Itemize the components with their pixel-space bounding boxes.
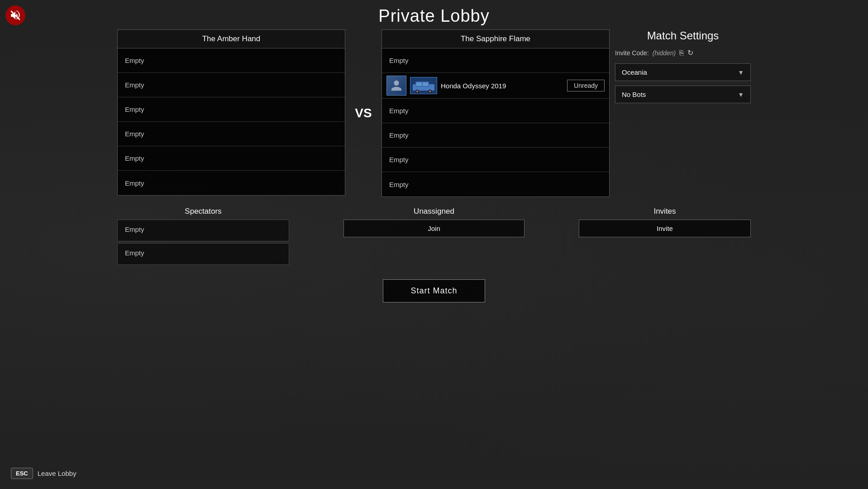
mute-button[interactable] bbox=[5, 5, 25, 25]
page-title: Private Lobby bbox=[378, 6, 489, 26]
sapphire-slot-2[interactable]: Honda Odyssey 2019 Unready bbox=[382, 73, 609, 99]
amber-slot-6[interactable]: Empty bbox=[118, 171, 345, 195]
svg-rect-7 bbox=[416, 82, 422, 86]
settings-title: Match Settings bbox=[615, 29, 751, 42]
region-chevron-icon: ▼ bbox=[738, 69, 744, 76]
amber-slot-1-label: Empty bbox=[118, 50, 152, 71]
team-amber-header: The Amber Hand bbox=[118, 30, 345, 48]
invite-code-label: Invite Code: bbox=[615, 49, 649, 57]
amber-slot-4-label: Empty bbox=[118, 124, 152, 144]
spectator-slot-1[interactable]: Empty bbox=[117, 220, 289, 241]
amber-slot-5[interactable]: Empty bbox=[118, 146, 345, 171]
player-row: Honda Odyssey 2019 Unready bbox=[382, 73, 609, 98]
main-layout: The Amber Hand Empty Empty Empty Empty bbox=[117, 29, 751, 197]
team-sapphire-header: The Sapphire Flame bbox=[382, 30, 609, 48]
invites-panel: Invites Invite bbox=[579, 207, 751, 237]
svg-point-6 bbox=[429, 91, 431, 92]
invite-code-row: Invite Code: (hidden) ⎘ ↻ bbox=[615, 48, 751, 57]
join-button[interactable]: Join bbox=[343, 220, 525, 237]
sapphire-slot-5[interactable]: Empty bbox=[382, 148, 609, 172]
sapphire-slot-1[interactable]: Empty bbox=[382, 48, 609, 73]
svg-point-4 bbox=[416, 91, 418, 92]
spectator-slot-1-label: Empty bbox=[125, 225, 144, 233]
sapphire-slot-4[interactable]: Empty bbox=[382, 123, 609, 148]
bottom-area: Spectators Empty Empty Unassigned Join I… bbox=[117, 207, 751, 267]
main-content: Private Lobby The Amber Hand Empty Empty… bbox=[0, 0, 868, 489]
sapphire-slot-3[interactable]: Empty bbox=[382, 99, 609, 123]
invite-code-value: (hidden) bbox=[653, 49, 676, 57]
bots-chevron-icon: ▼ bbox=[738, 91, 744, 98]
vs-label: VS bbox=[345, 79, 382, 148]
teams-area: The Amber Hand Empty Empty Empty Empty bbox=[117, 29, 610, 197]
sapphire-slot-1-label: Empty bbox=[382, 50, 416, 71]
esc-area: ESC Leave Lobby bbox=[11, 468, 76, 479]
sapphire-slot-3-label: Empty bbox=[382, 101, 416, 121]
invite-button[interactable]: Invite bbox=[579, 220, 751, 237]
car-thumbnail bbox=[410, 77, 437, 94]
sapphire-slot-6-label: Empty bbox=[382, 174, 416, 195]
invites-title: Invites bbox=[579, 207, 751, 216]
amber-slot-3[interactable]: Empty bbox=[118, 97, 345, 122]
unassigned-title: Unassigned bbox=[298, 207, 570, 216]
spectators-title: Spectators bbox=[117, 207, 289, 216]
svg-rect-8 bbox=[423, 82, 428, 86]
unready-button[interactable]: Unready bbox=[567, 80, 605, 91]
region-value: Oceania bbox=[622, 68, 647, 76]
amber-slot-5-label: Empty bbox=[118, 148, 152, 168]
spectator-slot-2-label: Empty bbox=[125, 249, 144, 257]
amber-slot-4[interactable]: Empty bbox=[118, 122, 345, 146]
unassigned-panel: Unassigned Join bbox=[298, 207, 570, 237]
team-sapphire-panel: The Sapphire Flame Empty bbox=[382, 29, 610, 197]
leave-lobby-label: Leave Lobby bbox=[38, 470, 76, 477]
amber-slot-2[interactable]: Empty bbox=[118, 73, 345, 97]
team-amber-panel: The Amber Hand Empty Empty Empty Empty bbox=[117, 29, 345, 196]
spectators-panel: Spectators Empty Empty bbox=[117, 207, 289, 267]
amber-slot-2-label: Empty bbox=[118, 75, 152, 95]
bots-value: No Bots bbox=[622, 91, 646, 98]
refresh-icon[interactable]: ↻ bbox=[687, 48, 693, 57]
region-select[interactable]: Oceania ▼ bbox=[615, 63, 751, 81]
start-match-button[interactable]: Start Match bbox=[383, 279, 485, 302]
esc-key[interactable]: ESC bbox=[11, 468, 33, 479]
match-settings-panel: Match Settings Invite Code: (hidden) ⎘ ↻… bbox=[615, 29, 751, 108]
copy-icon[interactable]: ⎘ bbox=[679, 49, 684, 57]
spectator-slot-2[interactable]: Empty bbox=[117, 243, 289, 265]
sapphire-slot-5-label: Empty bbox=[382, 149, 416, 170]
player-avatar bbox=[386, 76, 406, 96]
start-match-area: Start Match bbox=[117, 279, 751, 302]
bots-select[interactable]: No Bots ▼ bbox=[615, 86, 751, 103]
sapphire-slot-4-label: Empty bbox=[382, 125, 416, 145]
sapphire-slot-6[interactable]: Empty bbox=[382, 172, 609, 197]
amber-slot-1[interactable]: Empty bbox=[118, 48, 345, 73]
amber-slot-3-label: Empty bbox=[118, 99, 152, 120]
player-name: Honda Odyssey 2019 bbox=[441, 82, 563, 90]
amber-slot-6-label: Empty bbox=[118, 173, 152, 193]
